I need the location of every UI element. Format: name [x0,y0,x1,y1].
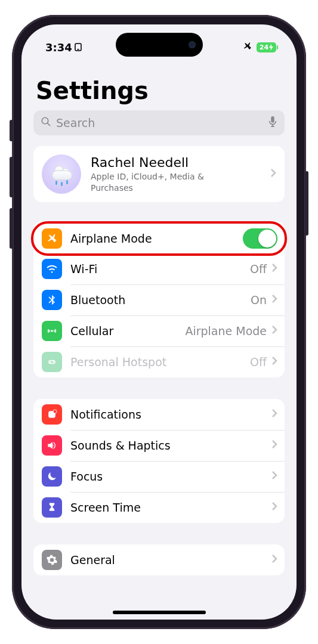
general-group: General [33,544,285,575]
airplane-icon [42,228,62,249]
cellular-icon [42,321,62,341]
svg-line-3 [48,123,50,126]
search-icon [41,116,51,129]
notifications-row[interactable]: Notifications [33,399,285,430]
svg-rect-1 [77,49,79,49]
chevron-right-icon [270,168,276,180]
airplane-mode-switch[interactable] [243,228,277,249]
row-label: Screen Time [70,501,271,514]
chevron-right-icon [271,408,277,420]
row-label: Bluetooth [70,293,251,306]
sounds-icon [42,435,62,456]
portrait-lock-icon [75,41,82,54]
row-value: Off [250,355,267,369]
row-label: Airplane Mode [70,232,243,245]
account-name: Rachel Needell [91,155,270,170]
home-indicator[interactable] [113,611,206,614]
battery-indicator: 24 [257,42,276,52]
page-title: Settings [21,60,297,110]
row-label: Sounds & Haptics [70,439,271,452]
row-label: General [70,553,271,566]
cellular-row[interactable]: Cellular Airplane Mode [33,315,285,346]
status-time: 3:34 [45,41,72,54]
row-value: On [251,293,267,306]
account-group: Rachel Needell Apple ID, iCloud+, Media … [33,146,285,202]
phone-frame: 3:34 24 Settings Search [12,15,306,629]
apple-id-row[interactable]: Rachel Needell Apple ID, iCloud+, Media … [33,146,285,202]
sounds-haptics-row[interactable]: Sounds & Haptics [33,430,285,461]
chevron-right-icon [271,470,277,482]
silent-switch[interactable] [10,120,13,141]
airplane-status-icon [242,41,252,54]
hourglass-icon [42,497,62,518]
chevron-right-icon [271,294,277,306]
chevron-right-icon [271,554,277,566]
row-label: Focus [70,470,271,483]
airplane-mode-row[interactable]: Airplane Mode [31,221,287,256]
volume-up-button[interactable] [10,157,13,197]
row-label: Personal Hotspot [70,355,250,369]
focus-row[interactable]: Focus [33,461,285,492]
bluetooth-icon [42,290,62,310]
chevron-right-icon [271,439,277,451]
avatar [42,154,81,194]
wifi-icon [42,259,62,279]
dictate-icon[interactable] [268,116,277,130]
volume-down-button[interactable] [10,208,13,249]
screen: 3:34 24 Settings Search [21,24,297,620]
row-label: Notifications [70,408,271,421]
svg-point-9 [54,410,57,413]
account-subtitle: Apple ID, iCloud+, Media & Purchases [91,171,246,194]
chevron-right-icon [271,501,277,513]
dynamic-island [116,33,203,57]
chevron-right-icon [271,325,277,337]
notifications-group: Notifications Sounds & Haptics Focus [33,399,285,523]
search-input[interactable]: Search [33,110,285,135]
connectivity-group: Airplane Mode Wi-Fi Off Bluetooth On [33,221,285,377]
screen-time-row[interactable]: Screen Time [33,492,285,523]
bluetooth-row[interactable]: Bluetooth On [33,284,285,315]
search-placeholder: Search [56,116,263,129]
hotspot-icon [42,352,62,372]
wifi-row[interactable]: Wi-Fi Off [33,253,285,284]
moon-icon [42,466,62,487]
personal-hotspot-row[interactable]: Personal Hotspot Off [33,346,285,377]
battery-percent: 24 [260,44,268,51]
chevron-right-icon [271,263,277,275]
svg-rect-4 [271,116,274,123]
row-value: Off [250,262,267,275]
row-label: Wi-Fi [70,262,250,275]
row-value: Airplane Mode [185,324,267,338]
chevron-right-icon [271,356,277,368]
power-button[interactable] [305,171,308,236]
general-row[interactable]: General [33,544,285,575]
notifications-icon [42,404,62,425]
row-label: Cellular [70,324,185,338]
gear-icon [42,550,62,570]
